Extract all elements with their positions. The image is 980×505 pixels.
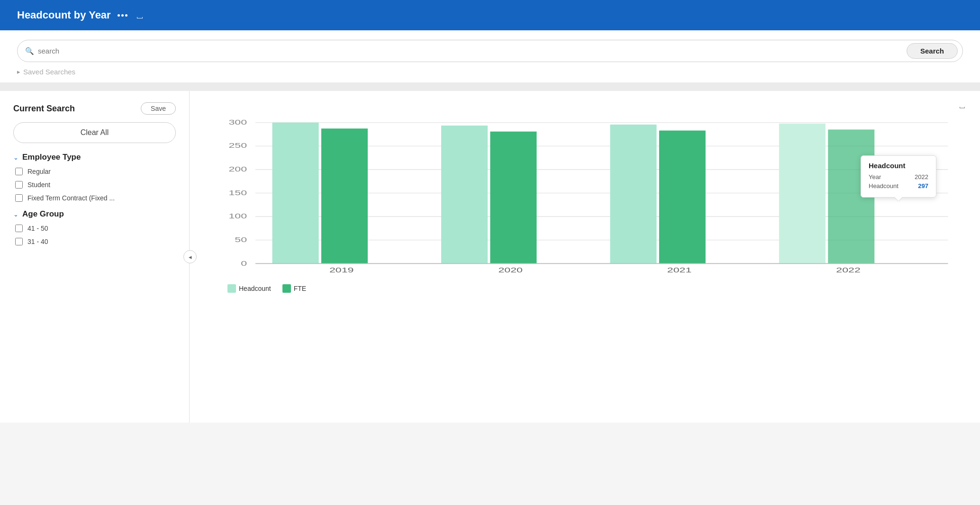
- header-filter-icon[interactable]: ⎵: [137, 10, 143, 21]
- legend-fte-swatch: [282, 284, 291, 293]
- list-item: Fixed Term Contract (Fixed ...: [13, 194, 176, 202]
- chevron-right-icon: ▸: [17, 68, 20, 75]
- student-label[interactable]: Student: [27, 181, 50, 189]
- bar-2021-headcount[interactable]: [610, 125, 656, 263]
- saved-searches-toggle[interactable]: ▸ Saved Searches: [17, 62, 963, 78]
- age-31-40-checkbox[interactable]: [15, 238, 23, 245]
- bar-2019-fte[interactable]: [321, 128, 368, 263]
- fixed-term-checkbox[interactable]: [15, 194, 23, 202]
- search-area: 🔍 Search ▸ Saved Searches: [0, 30, 980, 82]
- svg-text:2019: 2019: [329, 267, 354, 274]
- main-content: Current Search Save Clear All ⌄ Employee…: [0, 91, 980, 423]
- svg-text:250: 250: [228, 142, 247, 149]
- current-search-title: Current Search: [13, 104, 75, 114]
- age-group-section: ⌄ Age Group 41 - 50 31 - 40: [13, 209, 176, 245]
- svg-text:2021: 2021: [667, 267, 692, 274]
- chevron-down-icon: ⌄: [13, 211, 18, 218]
- legend-fte: FTE: [282, 284, 306, 293]
- sidebar: Current Search Save Clear All ⌄ Employee…: [0, 91, 190, 423]
- age-41-50-checkbox[interactable]: [15, 225, 23, 232]
- employee-type-section: ⌄ Employee Type Regular Student Fixed Te…: [13, 153, 176, 202]
- list-item: Regular: [13, 168, 176, 175]
- svg-text:50: 50: [235, 236, 247, 243]
- svg-text:200: 200: [228, 166, 247, 173]
- section-divider: [0, 82, 980, 91]
- list-item: 41 - 50: [13, 225, 176, 232]
- legend-headcount-swatch: [227, 284, 236, 293]
- sidebar-collapse-button[interactable]: ◂: [183, 250, 197, 263]
- svg-text:2022: 2022: [836, 267, 861, 274]
- employee-type-header[interactable]: ⌄ Employee Type: [13, 153, 176, 162]
- svg-text:0: 0: [241, 260, 247, 267]
- search-icon: 🔍: [25, 47, 34, 55]
- regular-checkbox[interactable]: [15, 168, 23, 175]
- search-input[interactable]: [38, 47, 903, 55]
- save-button[interactable]: Save: [141, 102, 176, 115]
- age-group-title: Age Group: [22, 209, 64, 219]
- svg-text:2020: 2020: [498, 267, 523, 274]
- bar-2019-headcount[interactable]: [272, 123, 319, 264]
- bar-2020-fte[interactable]: [490, 132, 536, 264]
- legend-headcount-label: Headcount: [239, 285, 271, 292]
- saved-searches-label: Saved Searches: [23, 68, 75, 76]
- chart-svg: 0 50 100 150 200 250 300 2019 2020: [205, 99, 965, 279]
- regular-label[interactable]: Regular: [27, 168, 51, 175]
- legend-headcount: Headcount: [227, 284, 271, 293]
- legend-fte-label: FTE: [294, 285, 306, 292]
- list-item: 31 - 40: [13, 238, 176, 245]
- search-bar: 🔍 Search: [17, 40, 963, 62]
- header: Headcount by Year ⎵: [0, 0, 980, 30]
- more-options-button[interactable]: [118, 14, 127, 17]
- list-item: Student: [13, 181, 176, 189]
- age-group-header[interactable]: ⌄ Age Group: [13, 209, 176, 219]
- chevron-down-icon: ⌄: [13, 154, 18, 161]
- bar-2020-headcount[interactable]: [441, 126, 488, 263]
- chart-area: ⎵ 0 50 100 150 200 250: [190, 91, 980, 423]
- bar-chart: 0 50 100 150 200 250 300 2019 2020: [205, 99, 965, 279]
- svg-text:300: 300: [228, 119, 247, 126]
- age-41-50-label[interactable]: 41 - 50: [27, 225, 48, 232]
- employee-type-title: Employee Type: [22, 153, 81, 162]
- chart-legend: Headcount FTE: [205, 279, 965, 293]
- bar-2021-fte[interactable]: [659, 131, 706, 264]
- bar-2022-headcount[interactable]: [779, 124, 826, 264]
- svg-text:100: 100: [228, 213, 247, 220]
- clear-all-button[interactable]: Clear All: [13, 122, 176, 143]
- student-checkbox[interactable]: [15, 181, 23, 189]
- search-button[interactable]: Search: [907, 43, 958, 59]
- bar-2022-fte[interactable]: [828, 129, 874, 263]
- current-search-header: Current Search Save: [13, 102, 176, 115]
- age-31-40-label[interactable]: 31 - 40: [27, 238, 48, 245]
- page-title: Headcount by Year: [17, 9, 111, 21]
- fixed-term-label[interactable]: Fixed Term Contract (Fixed ...: [27, 194, 115, 202]
- svg-text:150: 150: [228, 189, 247, 196]
